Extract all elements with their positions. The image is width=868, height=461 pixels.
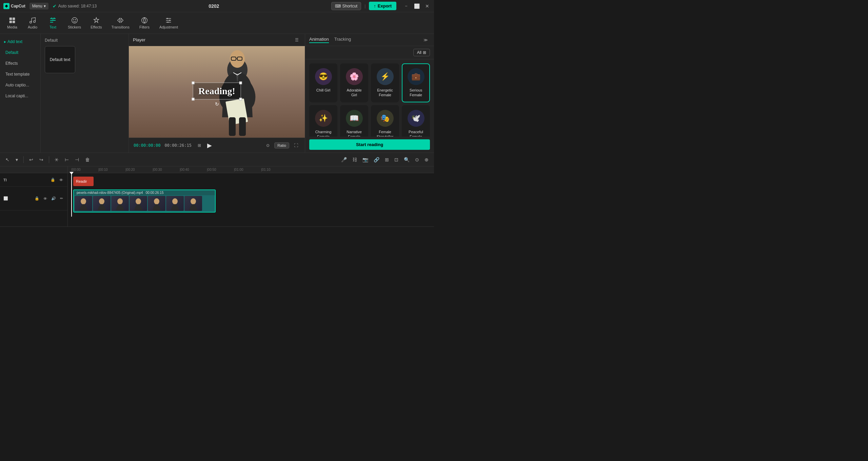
voice-card-chill-girl[interactable]: 😎 Chill Girl [309, 63, 337, 102]
video-track-sound-button[interactable]: 🔊 [50, 196, 57, 201]
menu-button[interactable]: Menu ▾ [29, 3, 48, 9]
split-right-button[interactable]: ⊣ [73, 156, 81, 164]
playhead[interactable] [71, 173, 72, 217]
resize-handle-bl[interactable] [192, 98, 194, 101]
grid-view-button[interactable]: ⊞ [196, 142, 203, 149]
maximize-button[interactable]: ⬜ [413, 2, 421, 10]
voice-grid: 😎 Chill Girl 🌸 Adorable Girl ⚡ Energetic… [305, 59, 434, 137]
text-label: Text [50, 25, 56, 29]
toolbar-transitions[interactable]: Transitions [107, 15, 134, 31]
voice-card-energetic-female[interactable]: ⚡ Energetic Female [371, 63, 399, 102]
tab-tracking[interactable]: Tracking [334, 37, 351, 43]
voice-card-narrative-female[interactable]: 📖 Narrative Female [340, 105, 368, 137]
sidebar-item-local-caption[interactable]: Local capti... [1, 91, 39, 101]
text-content-area: Default Default text [41, 34, 129, 153]
topbar-right-actions: ⌨ Shortcut | ↑ Export － ⬜ ✕ [331, 2, 431, 10]
text-track-lock-button[interactable]: 🔒 [50, 177, 56, 182]
minimize-button[interactable]: － [402, 2, 410, 10]
thumb-4 [130, 196, 147, 211]
toolbar-filters[interactable]: Filters [135, 15, 154, 31]
svg-point-7 [73, 19, 74, 20]
svg-rect-2 [13, 18, 15, 20]
player-area: Player ☰ [129, 34, 305, 153]
audio-link-button[interactable]: 🔗 [372, 156, 381, 164]
audio-icon [29, 17, 36, 24]
toolbar-text[interactable]: T Text [43, 15, 62, 31]
svg-point-27 [191, 198, 196, 204]
fullscreen-button[interactable]: ⛶ [292, 142, 300, 149]
time-current: 00:00:00:00 [134, 143, 160, 148]
start-reading-button[interactable]: Start reading [309, 139, 430, 150]
export-button[interactable]: ↑ Export [369, 2, 396, 10]
toolbar-media[interactable]: Media [3, 15, 22, 31]
svg-point-9 [142, 18, 147, 23]
screenshot-button[interactable]: ⊙ [264, 142, 272, 149]
ratio-button[interactable]: Ratio [274, 142, 289, 148]
energetic-female-avatar: ⚡ [377, 68, 394, 85]
close-button[interactable]: ✕ [424, 2, 431, 10]
microphone-button[interactable]: 🎤 [339, 156, 349, 164]
color-wheel-button[interactable]: ⊙ [413, 156, 421, 164]
text-track-eye-button[interactable]: 👁 [58, 177, 64, 182]
filters-icon [141, 17, 148, 24]
svg-rect-20 [239, 117, 246, 136]
expand-right-button[interactable]: ≫ [421, 37, 430, 43]
voice-card-female-storyteller[interactable]: 🎭 Female Storyteller [371, 105, 399, 137]
player-menu-button[interactable]: ☰ [293, 37, 301, 43]
voice-card-peaceful-female[interactable]: 🕊️ Peaceful Female [402, 105, 430, 137]
text-overlay-container[interactable]: Reading! ↻ [193, 83, 241, 100]
zoom-out-button[interactable]: 🔍 [402, 156, 412, 164]
voice-card-serious-female[interactable]: 💼 Serious Female [402, 63, 430, 102]
transitions-icon [117, 17, 124, 24]
chill-girl-name: Chill Girl [316, 88, 331, 93]
default-text-card[interactable]: Default text [45, 46, 75, 73]
video-clip[interactable]: pexels-mikhail-nilov-8847405 (Original).… [73, 189, 216, 213]
redo-button[interactable]: ↪ [37, 156, 45, 164]
resize-handle-br[interactable] [239, 98, 242, 101]
sidebar-item-text-template[interactable]: Text template [1, 69, 39, 79]
undo-button[interactable]: ↩ [27, 156, 35, 164]
video-track-eye-button[interactable]: 👁 [42, 196, 48, 201]
toolbar-adjustment[interactable]: Adjustment [155, 15, 182, 31]
video-settings-button[interactable]: 📷 [360, 156, 370, 164]
sidebar-item-auto-caption[interactable]: Auto captio... [1, 80, 39, 90]
video-track-edit-button[interactable]: ✏ [59, 196, 64, 201]
tab-animation[interactable]: Animation [309, 37, 329, 43]
add-text-button[interactable]: ▸ Add text [0, 37, 40, 47]
add-track-button[interactable]: ⊕ [422, 156, 431, 164]
sidebar-item-default[interactable]: Default [1, 47, 39, 58]
resize-handle-tl[interactable] [192, 82, 194, 84]
all-filter-button[interactable]: All ⊞ [413, 49, 430, 56]
project-title: 0202 [101, 3, 327, 9]
toolbar-audio[interactable]: Audio [23, 15, 42, 31]
video-scene: Reading! ↻ [129, 46, 305, 138]
left-panel: ▸ Add text Default Effects Text template… [0, 34, 129, 153]
delete-button[interactable]: 🗑 [83, 156, 92, 164]
link-clips-button[interactable]: ⛓ [350, 156, 359, 164]
player-title: Player [133, 37, 145, 42]
play-button[interactable]: ▶ [207, 142, 212, 149]
caption-button[interactable]: ⊡ [392, 156, 400, 164]
energetic-female-name: Energetic Female [374, 88, 396, 98]
voice-card-charming-female[interactable]: ✨ Charming Female [309, 105, 337, 137]
align-button[interactable]: ⊞ [383, 156, 391, 164]
split-left-button[interactable]: ⊢ [63, 156, 71, 164]
adorable-girl-avatar: 🌸 [346, 68, 363, 85]
toolbar-stickers[interactable]: Stickers [64, 15, 85, 31]
effects-label: Effects [91, 25, 102, 29]
timeline-scrollbar[interactable] [0, 226, 434, 230]
sidebar-item-effects[interactable]: Effects [1, 58, 39, 68]
text-clip[interactable]: Readir [73, 177, 94, 186]
select-tool-button[interactable]: ↖ [3, 156, 12, 164]
media-icon [8, 17, 16, 24]
voice-card-adorable-girl[interactable]: 🌸 Adorable Girl [340, 63, 368, 102]
resize-handle-tr[interactable] [239, 82, 242, 84]
rotate-handle[interactable]: ↻ [215, 101, 219, 107]
shortcut-button[interactable]: ⌨ Shortcut [331, 2, 361, 10]
select-dropdown-button[interactable]: ▾ [14, 156, 20, 164]
toolbar-effects[interactable]: Effects [86, 15, 106, 31]
split-button[interactable]: ⚹ [53, 155, 61, 164]
video-clip-duration: 00:00:26:15 [146, 191, 164, 195]
video-track-lock-button[interactable]: 🔒 [34, 196, 40, 201]
svg-point-25 [154, 198, 159, 204]
